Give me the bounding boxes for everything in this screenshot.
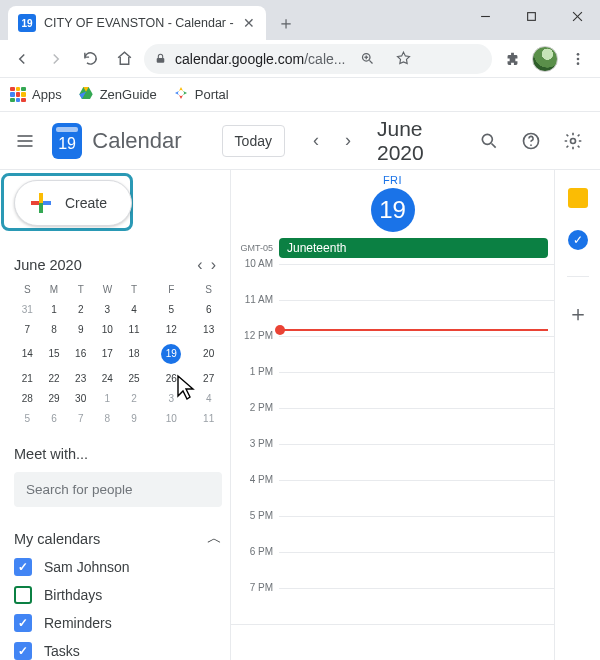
hour-slot[interactable]: 6 PM xyxy=(231,553,554,589)
today-button[interactable]: Today xyxy=(222,125,285,157)
hour-slot[interactable]: 10 AM xyxy=(231,265,554,301)
window-minimize[interactable] xyxy=(462,0,508,32)
calendar-item[interactable]: Tasks xyxy=(14,642,222,660)
minical-day[interactable]: 10 xyxy=(147,408,195,428)
window-close[interactable] xyxy=(554,0,600,32)
calendar-item[interactable]: Birthdays xyxy=(14,586,222,604)
calendar-checkbox[interactable] xyxy=(14,614,32,632)
hour-slot[interactable]: 2 PM xyxy=(231,409,554,445)
minical-day[interactable]: 15 xyxy=(41,339,68,368)
hour-slot[interactable]: 7 PM xyxy=(231,589,554,625)
minical-day[interactable]: 18 xyxy=(121,339,148,368)
minical-day[interactable]: 8 xyxy=(41,319,68,339)
minical-day[interactable]: 9 xyxy=(121,408,148,428)
next-period-button[interactable]: › xyxy=(333,126,363,156)
minical-day[interactable]: 7 xyxy=(14,319,41,339)
window-maximize[interactable] xyxy=(508,0,554,32)
minical-day[interactable]: 3 xyxy=(94,299,121,319)
calendar-checkbox[interactable] xyxy=(14,558,32,576)
new-tab-button[interactable]: ＋ xyxy=(272,9,300,37)
prev-period-button[interactable]: ‹ xyxy=(301,126,331,156)
minical-day[interactable]: 22 xyxy=(41,368,68,388)
minical-prev[interactable]: ‹ xyxy=(197,256,202,274)
tasks-icon[interactable] xyxy=(568,230,588,250)
back-button[interactable] xyxy=(8,45,36,73)
bookmark-zenguide[interactable]: ZenGuide xyxy=(78,85,157,104)
minical-day[interactable]: 5 xyxy=(14,408,41,428)
main-menu-button[interactable] xyxy=(8,121,42,161)
calendar-item[interactable]: Reminders xyxy=(14,614,222,632)
help-button[interactable] xyxy=(512,122,550,160)
allday-event[interactable]: Juneteenth xyxy=(279,238,548,258)
minical-day[interactable]: 11 xyxy=(195,408,222,428)
forward-button[interactable] xyxy=(42,45,70,73)
minical-day[interactable]: 16 xyxy=(67,339,94,368)
minical-day[interactable]: 3 xyxy=(147,388,195,408)
keep-icon[interactable] xyxy=(568,188,588,208)
star-icon[interactable] xyxy=(389,45,417,73)
minical-day[interactable]: 6 xyxy=(195,299,222,319)
minical-day[interactable]: 24 xyxy=(94,368,121,388)
minical-day[interactable]: 25 xyxy=(121,368,148,388)
minical-day[interactable]: 1 xyxy=(41,299,68,319)
minical-day[interactable]: 4 xyxy=(121,299,148,319)
reload-button[interactable] xyxy=(76,45,104,73)
browser-tab[interactable]: 19 CITY OF EVANSTON - Calendar - ✕ xyxy=(8,6,266,40)
address-bar[interactable]: calendar.google.com/cale... xyxy=(144,44,492,74)
bookmark-portal[interactable]: Portal xyxy=(173,85,229,104)
minical-day[interactable]: 12 xyxy=(147,319,195,339)
minical-day[interactable]: 17 xyxy=(94,339,121,368)
hour-slot[interactable]: 5 PM xyxy=(231,517,554,553)
minical-next[interactable]: › xyxy=(211,256,216,274)
zoom-icon[interactable] xyxy=(353,45,381,73)
calendar-item[interactable]: Sam Johnson xyxy=(14,558,222,576)
hour-slot[interactable]: 4 PM xyxy=(231,481,554,517)
minical-day[interactable]: 4 xyxy=(195,388,222,408)
hour-slot[interactable]: 3 PM xyxy=(231,445,554,481)
current-period-label: June 2020 xyxy=(377,117,460,165)
minical-day[interactable]: 11 xyxy=(121,319,148,339)
hour-grid[interactable]: 10 AM11 AM12 PM1 PM2 PM3 PM4 PM5 PM6 PM7… xyxy=(231,265,554,625)
bookmark-apps[interactable]: Apps xyxy=(10,87,62,103)
profile-avatar[interactable] xyxy=(532,46,558,72)
minical-day[interactable]: 10 xyxy=(94,319,121,339)
create-button[interactable]: Create xyxy=(14,180,132,226)
hour-slot[interactable]: 12 PM xyxy=(231,337,554,373)
minical-day[interactable]: 27 xyxy=(195,368,222,388)
minical-day[interactable]: 21 xyxy=(14,368,41,388)
tab-close-icon[interactable]: ✕ xyxy=(242,16,256,30)
search-people-input[interactable]: Search for people xyxy=(14,472,222,507)
minical-day[interactable]: 31 xyxy=(14,299,41,319)
calendar-checkbox[interactable] xyxy=(14,642,32,660)
chevron-up-icon[interactable]: ︿ xyxy=(207,529,222,548)
minical-day[interactable]: 2 xyxy=(67,299,94,319)
day-number[interactable]: 19 xyxy=(371,188,415,232)
minical-day[interactable]: 14 xyxy=(14,339,41,368)
bookmark-label: Portal xyxy=(195,87,229,102)
minical-day[interactable]: 2 xyxy=(121,388,148,408)
mini-calendar[interactable]: SMTWTFS 31123456789101112131415161718192… xyxy=(14,280,222,428)
minical-day[interactable]: 8 xyxy=(94,408,121,428)
minical-day[interactable]: 5 xyxy=(147,299,195,319)
settings-button[interactable] xyxy=(554,122,592,160)
calendar-checkbox[interactable] xyxy=(14,586,32,604)
minical-day[interactable]: 30 xyxy=(67,388,94,408)
minical-day[interactable]: 23 xyxy=(67,368,94,388)
minical-day[interactable]: 20 xyxy=(195,339,222,368)
minical-day[interactable]: 7 xyxy=(67,408,94,428)
menu-icon[interactable] xyxy=(564,45,592,73)
addons-button[interactable]: ＋ xyxy=(567,299,589,329)
extensions-icon[interactable] xyxy=(498,45,526,73)
minical-day[interactable]: 19 xyxy=(147,339,195,368)
hour-slot[interactable]: 1 PM xyxy=(231,373,554,409)
minical-day[interactable]: 29 xyxy=(41,388,68,408)
minical-day[interactable]: 6 xyxy=(41,408,68,428)
minical-day[interactable]: 13 xyxy=(195,319,222,339)
minical-day[interactable]: 1 xyxy=(94,388,121,408)
minical-day[interactable]: 26 xyxy=(147,368,195,388)
minical-day[interactable]: 28 xyxy=(14,388,41,408)
search-button[interactable] xyxy=(470,122,508,160)
minical-day[interactable]: 9 xyxy=(67,319,94,339)
my-calendars-title[interactable]: My calendars xyxy=(14,531,100,547)
home-button[interactable] xyxy=(110,45,138,73)
